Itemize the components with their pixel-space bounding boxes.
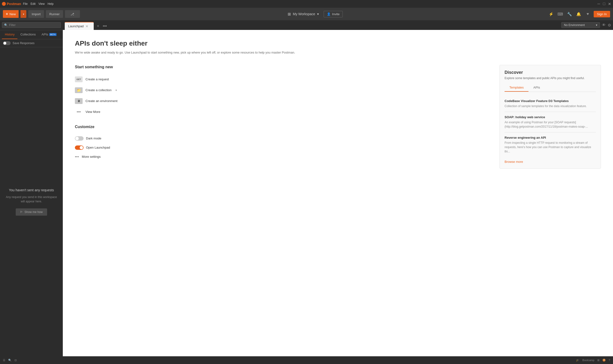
heart-icon-button[interactable]: ♥	[585, 11, 591, 17]
maximize-button[interactable]: □	[602, 2, 606, 6]
create-collection-label: Create a collection	[85, 88, 111, 92]
empty-state-title: You haven't sent any requests	[9, 188, 54, 192]
soap-desc: An example of using Postman for your [SO…	[504, 120, 596, 129]
folder-icon: 📁	[75, 87, 83, 93]
view-more-label: View More	[85, 110, 100, 114]
tab-launchpad[interactable]: Launchpad ✕	[65, 22, 94, 30]
new-plus-icon: +	[6, 12, 8, 16]
logo-icon	[2, 2, 6, 6]
empty-state-desc: Any request you send in this workspace w…	[6, 195, 57, 204]
gear-icon-button[interactable]: ⚙	[608, 23, 611, 27]
launchpad-left: Start something new GET Create a request…	[75, 65, 490, 169]
cookie-icon[interactable]: 🍪	[602, 359, 606, 362]
dark-mode-row: Dark mode	[75, 134, 490, 143]
toolbar-right: ⚡ ⌨ 🔧 🔔 ♥ Sign In	[548, 11, 610, 17]
more-settings-label: More settings	[82, 155, 101, 158]
add-tab-button[interactable]: +	[95, 23, 101, 29]
create-request-label: Create a request	[85, 78, 109, 81]
discover-tab-apis[interactable]: APIs	[529, 84, 545, 92]
help-icon[interactable]: ?	[609, 359, 610, 362]
menu-edit[interactable]: Edit	[30, 2, 36, 6]
signin-button[interactable]: Sign In	[594, 11, 610, 17]
discover-item-reverse[interactable]: Reverse engineering an API From inspecti…	[504, 132, 596, 157]
collections-tab-label: Collections	[20, 33, 36, 36]
invite-button[interactable]: 👤 Invite	[324, 11, 343, 17]
more-settings-dots-icon: •••	[75, 155, 79, 159]
workspace-label: My Workspace	[293, 12, 315, 16]
history-tab-label: History	[5, 33, 14, 36]
settings-icon-button[interactable]: 🔧	[566, 11, 573, 17]
notifications-icon-button[interactable]: 🔔	[575, 11, 582, 17]
code-icon-button[interactable]: ⌨	[557, 11, 564, 17]
new-button[interactable]: + New	[3, 10, 19, 18]
sidebar-tab-apis[interactable]: APIs BETA	[39, 30, 59, 39]
fork-icon: ⎇	[70, 12, 74, 16]
browse-more-link[interactable]: Browse more	[504, 160, 523, 164]
sidebar-tab-collections[interactable]: Collections	[17, 30, 39, 39]
action-view-more[interactable]: ••• View More	[75, 107, 490, 117]
search-icon-button[interactable]: ⚡	[548, 11, 555, 17]
sidebar-toggle-icon[interactable]: ☰	[3, 359, 5, 362]
workspace-icon: ⊞	[288, 12, 291, 16]
create-environment-label: Create an environment	[85, 99, 117, 103]
runner-button[interactable]: Runner	[46, 10, 63, 18]
status-bar: ☰ 🔍 ⊡ 🎓 Bootcamp ⊞ 🍪 ?	[0, 356, 613, 364]
sidebar-tab-history[interactable]: History	[2, 30, 17, 39]
close-button[interactable]: ✕	[608, 2, 611, 6]
main-area: Launchpad ✕ + ••• No Environment ▾ 👁 ⚙ A…	[63, 20, 613, 356]
discover-item-soap[interactable]: SOAP: holiday web service An example of …	[504, 112, 596, 132]
bootcamp-icon: 🎓	[576, 359, 579, 362]
layout-icon[interactable]: ⊞	[597, 359, 599, 362]
fork-button[interactable]: ⎇	[65, 10, 80, 18]
monitor-icon: 🖥	[75, 98, 83, 104]
app-title: Postman	[7, 2, 21, 6]
customize-section: Customize Dark mode Open Launchpad ••• M…	[75, 125, 490, 161]
action-create-collection[interactable]: 📁 Create a collection ▾	[75, 85, 490, 96]
discover-item-codebase[interactable]: CodeBase Visualizer Feature D3 Templates…	[504, 96, 596, 112]
search-input-wrap: 🔍	[2, 22, 61, 28]
codebase-title: CodeBase Visualizer Feature D3 Templates	[504, 99, 596, 103]
action-create-environment[interactable]: 🖥 Create an environment	[75, 96, 490, 107]
import-button[interactable]: Import	[28, 10, 44, 18]
collection-chevron-icon: ▾	[115, 89, 117, 92]
new-label: New	[9, 12, 16, 16]
reverse-desc: From inspecting a single HTTP request to…	[504, 141, 596, 154]
discover-title: Discover	[504, 70, 596, 75]
save-responses-toggle[interactable]	[3, 41, 11, 45]
tab-close-button[interactable]: ✕	[85, 25, 88, 28]
open-launchpad-label: Open Launchpad	[86, 146, 110, 149]
apis-tab-label: APIs	[42, 33, 48, 36]
search-input[interactable]	[9, 23, 59, 27]
environment-selector[interactable]: No Environment ▾	[561, 22, 600, 28]
show-me-how-button[interactable]: 🏳 Show me how	[16, 208, 47, 216]
dark-mode-toggle[interactable]	[75, 136, 84, 141]
discover-subtitle: Explore some templates and public APIs y…	[504, 77, 596, 80]
layout-status-icon[interactable]: ⊡	[14, 359, 17, 362]
sidebar-tabs: History Collections APIs BETA	[0, 30, 63, 39]
menu-help[interactable]: Help	[48, 2, 54, 6]
bootcamp-label[interactable]: Bootcamp	[582, 359, 594, 362]
status-left: ☰ 🔍 ⊡	[3, 359, 17, 362]
app-logo: Postman	[2, 2, 21, 6]
discover-panel: Discover Explore some templates and publ…	[500, 65, 601, 169]
search-icon: 🔍	[4, 23, 8, 27]
open-launchpad-toggle[interactable]	[75, 145, 84, 150]
show-me-icon: 🏳	[20, 210, 23, 214]
customize-title: Customize	[75, 125, 490, 129]
discover-tab-templates[interactable]: Templates	[504, 84, 529, 92]
minimize-button[interactable]: ─	[597, 2, 600, 6]
eye-icon-button[interactable]: 👁	[602, 23, 606, 27]
menu-view[interactable]: View	[38, 2, 45, 6]
new-dropdown-button[interactable]: ▾	[21, 10, 26, 18]
workspace-button[interactable]: ⊞ My Workspace ▾	[285, 10, 321, 18]
env-label: No Environment	[564, 23, 585, 27]
more-dots-icon: •••	[75, 109, 83, 115]
action-create-request[interactable]: GET Create a request	[75, 74, 490, 85]
tab-bar: Launchpad ✕ + •••	[63, 20, 559, 30]
env-dropdown-icon: ▾	[596, 23, 597, 27]
env-bar: No Environment ▾ 👁 ⚙	[559, 20, 613, 30]
search-status-icon[interactable]: 🔍	[8, 359, 12, 362]
tab-more-button[interactable]: •••	[102, 23, 108, 29]
menu-file[interactable]: File	[23, 2, 28, 6]
more-settings-row[interactable]: ••• More settings	[75, 152, 490, 161]
